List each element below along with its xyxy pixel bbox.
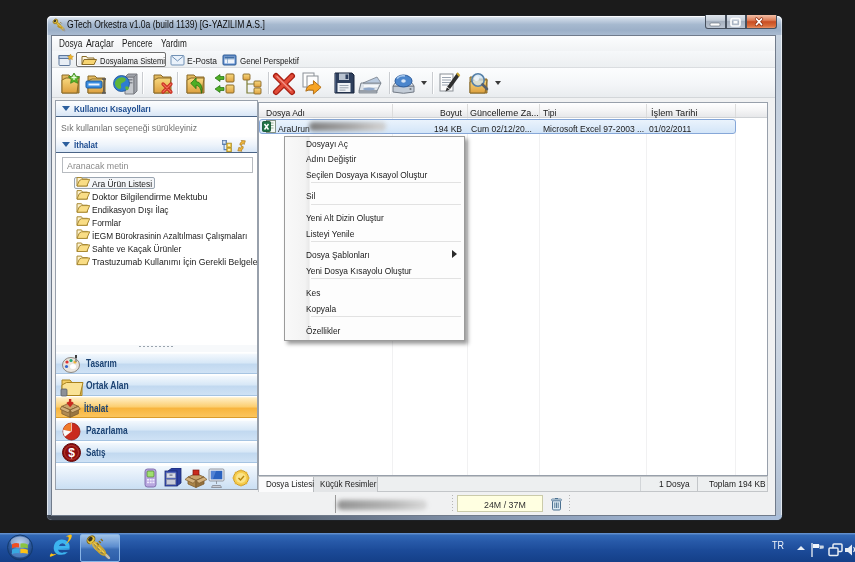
svg-text:$: $	[68, 446, 75, 460]
